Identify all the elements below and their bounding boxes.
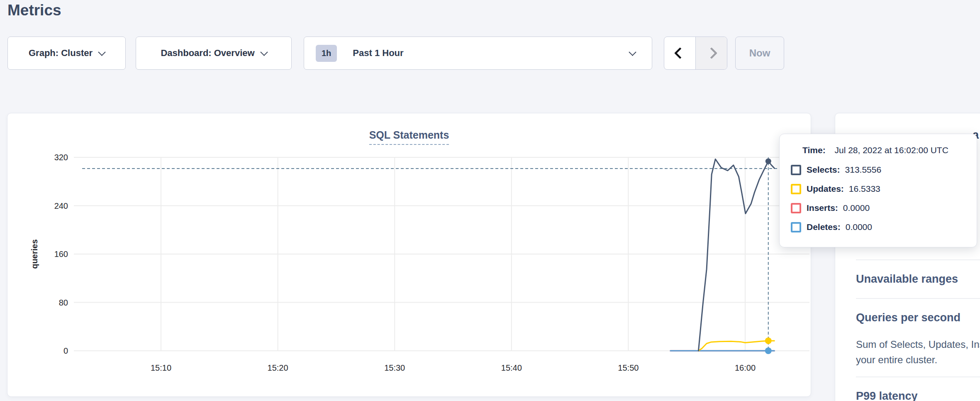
- now-button[interactable]: Now: [735, 37, 784, 70]
- selects-series-swatch-icon: [791, 165, 801, 175]
- chevron-down-icon: [629, 48, 636, 56]
- sql-statements-chart-plot[interactable]: 08016024032015:1015:2015:3015:4015:5016:…: [7, 113, 811, 396]
- svg-text:16:00: 16:00: [735, 363, 756, 372]
- dashboard-selector-dropdown[interactable]: Dashboard: Overview: [136, 37, 292, 70]
- page-title: Metrics: [7, 2, 61, 19]
- tooltip-series-label: Deletes:: [807, 222, 841, 232]
- time-range-dropdown[interactable]: 1h Past 1 Hour: [304, 37, 652, 70]
- tooltip-series-label: Selects:: [807, 165, 840, 175]
- sidebar-description: Sum of Selects, Updates, Inseryour entir…: [856, 337, 980, 367]
- chevron-down-icon: [260, 48, 268, 56]
- chevron-left-icon: [674, 47, 685, 59]
- updates-series-swatch-icon: [791, 184, 801, 194]
- chevron-down-icon: [98, 48, 105, 56]
- svg-text:15:30: 15:30: [384, 363, 405, 372]
- graph-selector-dropdown[interactable]: Graph: Cluster: [7, 37, 126, 70]
- divider: [856, 259, 980, 260]
- svg-text:80: 80: [59, 298, 68, 307]
- chart-tooltip: Time: Jul 28, 2022 at 16:02:00 UTC Selec…: [779, 134, 977, 247]
- sql-statements-chart-card: SQL Statements 08016024032015:1015:2015:…: [7, 113, 811, 397]
- sidebar-heading-queries-per-second: Queries per second: [856, 311, 980, 324]
- sidebar-heading-unavailable-ranges: Unavailable ranges: [856, 273, 980, 286]
- svg-text:0: 0: [63, 346, 68, 355]
- divider: [856, 298, 980, 299]
- time-window-pager: [664, 37, 727, 70]
- tooltip-series-label: Inserts:: [807, 203, 838, 213]
- chevron-right-icon: [705, 47, 717, 59]
- svg-text:15:10: 15:10: [151, 363, 171, 372]
- tooltip-time-row: Time: Jul 28, 2022 at 16:02:00 UTC: [802, 145, 968, 155]
- svg-text:15:20: 15:20: [268, 363, 288, 372]
- tooltip-time-value: Jul 28, 2022 at 16:02:00 UTC: [834, 145, 948, 155]
- graph-selector-label: Graph: Cluster: [29, 48, 93, 59]
- tooltip-row-updates: Updates: 16.5333: [791, 179, 968, 198]
- inserts-series-swatch-icon: [791, 203, 801, 213]
- tooltip-series-value: 0.0000: [843, 203, 870, 213]
- tooltip-row-selects: Selects: 313.5556: [791, 160, 968, 179]
- svg-text:160: 160: [54, 249, 68, 259]
- next-time-window-button[interactable]: [695, 37, 727, 69]
- svg-text:15:50: 15:50: [618, 363, 639, 372]
- tooltip-series-value: 16.5333: [849, 184, 880, 194]
- tooltip-row-deletes: Deletes: 0.0000: [791, 218, 968, 237]
- tooltip-series-value: 313.5556: [845, 165, 882, 175]
- deletes-series-swatch-icon: [791, 222, 801, 232]
- tooltip-time-label: Time:: [802, 145, 826, 155]
- svg-text:240: 240: [54, 201, 68, 210]
- time-range-badge: 1h: [316, 45, 337, 62]
- tooltip-row-inserts: Inserts: 0.0000: [791, 198, 968, 218]
- svg-text:queries: queries: [30, 239, 39, 269]
- metrics-page: { "page": { "title": "Metrics", "backgro…: [0, 0, 980, 401]
- tooltip-series-value: 0.0000: [846, 222, 872, 232]
- prev-time-window-button[interactable]: [664, 37, 695, 69]
- svg-text:15:40: 15:40: [501, 363, 522, 372]
- dashboard-selector-label: Dashboard: Overview: [161, 48, 254, 59]
- svg-text:320: 320: [54, 153, 68, 162]
- time-range-label: Past 1 Hour: [353, 48, 623, 59]
- sidebar-heading-p99-latency: P99 latency: [856, 390, 980, 401]
- tooltip-series-label: Updates:: [807, 184, 844, 194]
- divider: [856, 377, 980, 377]
